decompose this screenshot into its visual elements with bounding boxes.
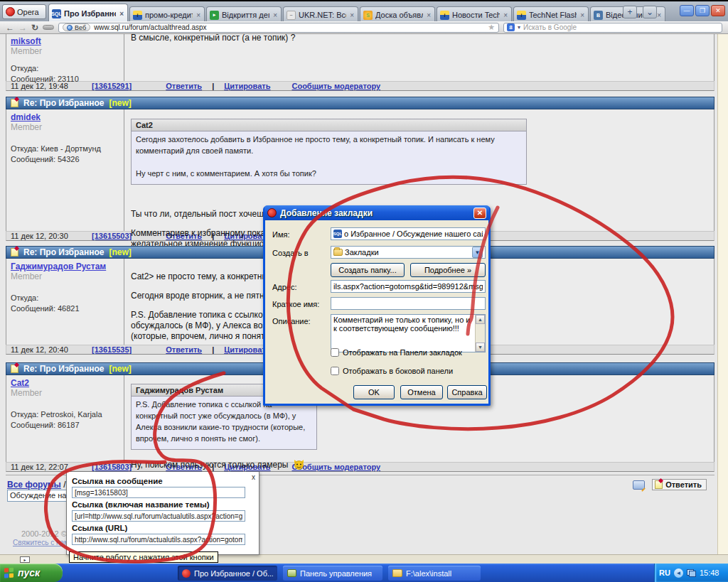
show-in-side-panel-checkbox[interactable]: Отображать в боковой панели (331, 367, 453, 375)
new-tab-button[interactable]: + (623, 6, 637, 18)
msg-id-link[interactable]: [13615503] (92, 232, 132, 240)
tab-ukrnet[interactable]: ~ UKR.NET: Все н... × (283, 6, 358, 23)
taskbar-item-explorer[interactable]: F:\alex\install (388, 566, 481, 581)
address-input[interactable] (333, 282, 483, 291)
post-title: Re: Про Избранное (23, 98, 105, 108)
opera-task-icon (182, 569, 191, 578)
restore-button[interactable]: ❐ (695, 5, 710, 16)
new-topic-icon[interactable] (633, 480, 645, 490)
description-field[interactable]: Комментарий не только к топику, но и к с… (331, 314, 486, 352)
start-button[interactable]: пуск (0, 564, 63, 582)
cancel-button[interactable]: Отмена (400, 385, 443, 399)
hide-icons-chevron[interactable]: ◄ (674, 568, 683, 578)
tab-pro-izbrannoe[interactable]: SQL Про Избранное ... × (48, 4, 128, 23)
msg-id-link[interactable]: [13615535] (92, 345, 132, 354)
url-field[interactable]: Веб www.sql.ru/forum/actualthread.aspx ★ (58, 23, 499, 33)
post-date: 11 дек 12, 20:30 (11, 232, 82, 240)
popup-close-icon[interactable]: x (252, 473, 255, 481)
tab-close-icon[interactable]: × (272, 11, 278, 19)
fast-forward-icon[interactable] (43, 25, 54, 30)
taskbar-item-opera[interactable]: Про Избранное / Об... (178, 566, 277, 581)
dialog-close-icon[interactable]: ✕ (473, 208, 486, 219)
contact-link[interactable]: Свяжитесь с нам (13, 539, 69, 546)
tab-close-icon[interactable]: × (426, 11, 432, 19)
tab-list-dropdown[interactable]: ⌄ (643, 6, 657, 18)
textarea-scrollbar[interactable]: ▲ ▼ (475, 315, 485, 352)
reload-icon[interactable]: ↻ (31, 23, 38, 32)
tab-close-icon[interactable]: × (503, 11, 508, 19)
scroll-up-icon[interactable]: ▲ (476, 315, 485, 324)
vk-icon: B (594, 11, 603, 20)
link-label: Ссылка (URL) (72, 524, 254, 532)
tab-technet-flash[interactable]: i TechNet Flash: P... × (513, 6, 589, 23)
tab-close-icon[interactable]: × (579, 11, 585, 19)
close-button[interactable]: ✕ (711, 5, 725, 16)
tab-technet-news[interactable]: i Новости TechNe... × (437, 6, 512, 23)
link-label: Ссылка (включая название темы) (72, 500, 254, 509)
minimize-button[interactable]: — (680, 5, 694, 16)
report-link[interactable]: Сообщить модератору (291, 82, 380, 90)
post-note-icon (11, 99, 18, 107)
sql-ru-icon: SQL (333, 230, 342, 238)
tab-promo-kredit[interactable]: i промо-кредит G... × (129, 6, 205, 23)
url-text[interactable]: www.sql.ru/forum/actualthread.aspx (94, 23, 484, 31)
back-icon[interactable]: ← (6, 23, 14, 32)
nickname-input[interactable] (333, 299, 483, 308)
reply-link[interactable]: Ответить (166, 345, 202, 354)
bbcode-link-input[interactable] (72, 510, 245, 522)
create-in-label: Создать в (272, 249, 309, 257)
address-field[interactable] (331, 280, 486, 293)
post-title: Re: Про Избранное (23, 364, 105, 374)
dialog-titlebar[interactable]: Добавление закладки ✕ (264, 205, 489, 220)
author-link[interactable]: Cat2 (11, 378, 29, 388)
tab-close-icon[interactable]: × (119, 10, 124, 18)
author-link[interactable]: Гаджимурадов Рустам (11, 262, 106, 271)
network-icon[interactable] (687, 569, 696, 577)
author-link[interactable]: miksoft (11, 36, 41, 46)
tab-label: Доска объявле... (375, 11, 423, 19)
scroll-down-icon[interactable]: ▼ (476, 343, 485, 352)
create-in-combobox[interactable]: Закладки ▼ (331, 246, 486, 259)
quote-author: Cat2 (132, 119, 526, 131)
panel-toggle-icon[interactable]: ▸ (20, 556, 30, 563)
reply-link[interactable]: Ответить (166, 82, 202, 90)
checkbox[interactable] (331, 348, 339, 357)
opera-logo-icon (6, 7, 15, 16)
reply-toolbar: Ответить (633, 479, 707, 490)
taskbar-item-control-panel[interactable]: Панель управления (283, 566, 382, 581)
create-folder-button[interactable]: Создать папку... (331, 263, 405, 277)
msg-id-link[interactable]: [13615291] (92, 82, 132, 90)
author-link[interactable]: dmidek (11, 112, 41, 122)
tab-close-icon[interactable]: × (656, 11, 662, 19)
post-text-inner: Ну, поиском пользуются только ламеры (131, 460, 288, 470)
name-field[interactable]: SQL (331, 227, 486, 240)
search-field[interactable]: 8 ▾ Искать в Google (503, 23, 722, 33)
ok-button[interactable]: OK (353, 385, 395, 399)
msg-id-link[interactable]: [13615803] (92, 463, 132, 471)
tab-close-icon[interactable]: × (349, 11, 355, 19)
address-label: Адрес: (272, 283, 297, 291)
bookmark-star-icon[interactable]: ★ (488, 23, 495, 32)
opera-menu-button[interactable]: Opera (2, 4, 46, 19)
tab-vidkryttia-depo[interactable]: ▸ Відкриття депо... × (206, 6, 282, 23)
page-scrollbar[interactable] (717, 34, 728, 556)
checkbox[interactable] (331, 367, 339, 375)
all-forums-link[interactable]: Все форумы (7, 480, 61, 490)
reply-button[interactable]: Ответить (652, 479, 707, 490)
language-indicator[interactable]: RU (659, 568, 670, 577)
combobox-arrow-icon[interactable]: ▼ (472, 247, 483, 258)
promo-icon: i (133, 11, 142, 20)
quote-link[interactable]: Цитировать (224, 82, 270, 90)
description-textarea[interactable]: Комментарий не только к топику, но и к с… (331, 315, 475, 352)
tab-close-icon[interactable]: × (196, 11, 201, 19)
forward-icon[interactable]: → (18, 23, 27, 32)
details-button[interactable]: Подробнее » (410, 263, 486, 277)
help-button[interactable]: Справка (447, 385, 487, 399)
show-on-bookmarks-bar-checkbox[interactable]: Отображать на Панели закладок (331, 348, 462, 357)
url-link-input[interactable] (72, 534, 245, 545)
tab-doska-obyavleniy[interactable]: S Доска объявле... × (360, 6, 435, 23)
search-engine-dropdown-icon[interactable]: ▾ (518, 24, 520, 31)
nickname-field[interactable] (331, 297, 486, 310)
name-input[interactable] (344, 230, 483, 238)
msg-link-input[interactable] (72, 487, 245, 498)
